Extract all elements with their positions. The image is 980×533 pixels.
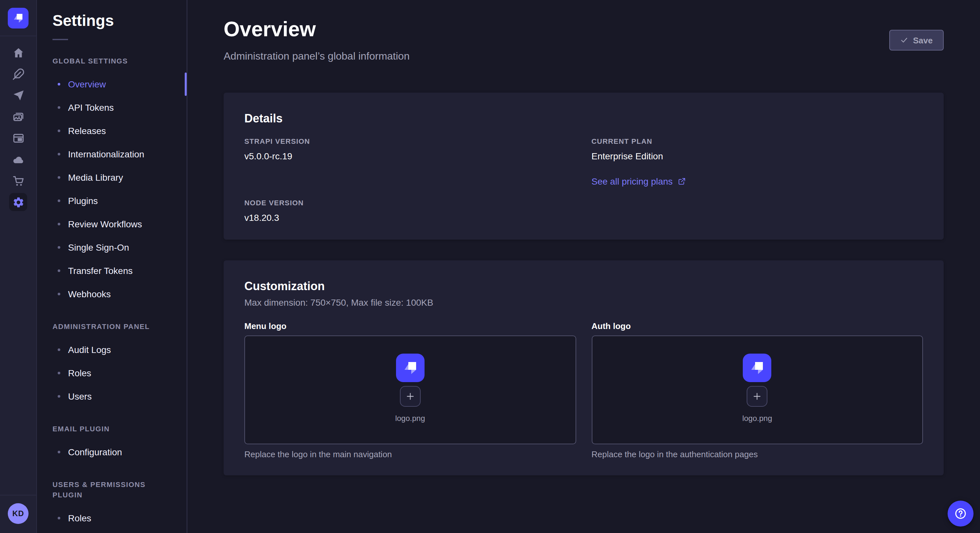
menu-logo-label: Menu logo [244, 321, 576, 332]
feather-icon[interactable] [9, 65, 27, 83]
pricing-plans-link[interactable]: See all pricing plans [592, 176, 686, 187]
bullet-icon [58, 153, 60, 155]
sidebar-item-plugins[interactable]: Plugins [37, 189, 187, 213]
bullet-icon [58, 246, 60, 249]
section-label-users-permissions-plugin: USERS & PERMISSIONS PLUGIN [52, 479, 171, 500]
external-link-icon [678, 178, 686, 185]
home-icon[interactable] [9, 43, 27, 62]
customization-card-subtitle: Max dimension: 750×750, Max file size: 1… [244, 297, 923, 308]
sidebar-item-overview[interactable]: Overview [37, 73, 187, 96]
auth-logo-help: Replace the logo in the authentication p… [592, 449, 923, 460]
menu-logo-help: Replace the logo in the main navigation [244, 449, 576, 460]
cart-icon[interactable] [9, 171, 27, 190]
page-title: Overview [224, 16, 944, 42]
strapi-logo-icon [748, 358, 767, 377]
question-icon [953, 506, 968, 521]
bullet-icon [58, 395, 60, 398]
plus-icon [406, 392, 415, 401]
node-version-field: NODE VERSION v18.20.3 [244, 198, 576, 224]
rail-footer: KD [0, 495, 36, 533]
bullet-icon [58, 517, 60, 519]
sidebar-item-media-library[interactable]: Media Library [37, 166, 187, 189]
bullet-icon [58, 83, 60, 86]
strapi-logo[interactable] [8, 8, 29, 28]
details-card-title: Details [244, 111, 923, 126]
bullet-icon [58, 200, 60, 202]
auth-logo-filename: logo.png [742, 414, 772, 423]
settings-subnav: Settings GLOBAL SETTINGS Overview API To… [37, 0, 187, 533]
layout-icon[interactable] [9, 129, 27, 147]
section-label-email-plugin: EMAIL PLUGIN [52, 424, 171, 434]
media-library-icon[interactable] [9, 108, 27, 125]
sidebar-item-releases[interactable]: Releases [37, 119, 187, 143]
sidebar-item-webhooks[interactable]: Webhooks [37, 282, 187, 306]
sidebar-item-admin-roles[interactable]: Roles [37, 362, 187, 385]
strapi-logo-icon [401, 358, 420, 377]
bullet-icon [58, 106, 60, 109]
bullet-icon [58, 372, 60, 374]
sidebar-item-up-roles[interactable]: Roles [37, 506, 187, 530]
plus-icon [753, 392, 762, 401]
gear-icon[interactable] [9, 193, 27, 211]
menu-logo-dropzone[interactable]: logo.png [244, 335, 576, 444]
check-icon [900, 36, 908, 44]
rail-icon-list [9, 36, 27, 211]
subnav-divider [52, 39, 68, 40]
auth-logo-label: Auth logo [592, 321, 923, 332]
main-content: Overview Administration panel’s global i… [187, 0, 980, 533]
subnav-title: Settings [37, 0, 187, 31]
strapi-version-field: STRAPI VERSION v5.0.0-rc.19 [244, 136, 576, 163]
user-avatar[interactable]: KD [8, 503, 29, 524]
cloud-icon[interactable] [9, 150, 27, 168]
details-right-column: CURRENT PLAN Enterprise Edition See all … [592, 136, 923, 224]
bullet-icon [58, 270, 60, 272]
details-card: Details STRAPI VERSION v5.0.0-rc.19 NODE… [224, 93, 944, 240]
section-label-global-settings: GLOBAL SETTINGS [52, 56, 171, 66]
save-button[interactable]: Save [889, 30, 944, 51]
menu-logo-upload: Menu logo logo.png Replace the logo in t… [244, 321, 576, 460]
details-left-column: STRAPI VERSION v5.0.0-rc.19 NODE VERSION… [244, 136, 576, 224]
sidebar-item-email-configuration[interactable]: Configuration [37, 440, 187, 464]
bullet-icon [58, 130, 60, 132]
menu-logo-filename: logo.png [395, 414, 425, 423]
content-area: Details STRAPI VERSION v5.0.0-rc.19 NODE… [187, 63, 980, 475]
sidebar-item-api-tokens[interactable]: API Tokens [37, 96, 187, 119]
paper-plane-icon[interactable] [9, 86, 27, 104]
page-header: Overview Administration panel’s global i… [187, 0, 980, 63]
bullet-icon [58, 176, 60, 179]
add-auth-logo-button[interactable] [747, 385, 768, 406]
details-grid: STRAPI VERSION v5.0.0-rc.19 NODE VERSION… [244, 136, 923, 224]
auth-logo-upload: Auth logo logo.png Replace the logo in t… [592, 321, 923, 460]
bullet-icon [58, 451, 60, 453]
sidebar-item-transfer-tokens[interactable]: Transfer Tokens [37, 259, 187, 282]
logo-uploads-grid: Menu logo logo.png Replace the logo in t… [244, 321, 923, 460]
bullet-icon [58, 293, 60, 295]
auth-logo-preview [743, 353, 772, 382]
add-menu-logo-button[interactable] [400, 385, 421, 406]
auth-logo-dropzone[interactable]: logo.png [592, 335, 923, 444]
strapi-admin-app: KD Settings GLOBAL SETTINGS Overview API… [0, 0, 980, 533]
sidebar-item-single-sign-on[interactable]: Single Sign-On [37, 236, 187, 259]
sidebar-item-internationalization[interactable]: Internationalization [37, 143, 187, 166]
bullet-icon [58, 223, 60, 225]
sidebar-item-admin-users[interactable]: Users [37, 385, 187, 408]
help-button[interactable] [948, 501, 974, 527]
sidebar-item-audit-logs[interactable]: Audit Logs [37, 338, 187, 362]
workspace-logo-container [0, 0, 36, 36]
sidebar-item-up-providers[interactable]: Providers [37, 530, 187, 533]
menu-logo-preview [396, 353, 425, 382]
current-plan-field: CURRENT PLAN Enterprise Edition [592, 136, 923, 163]
customization-card: Customization Max dimension: 750×750, Ma… [224, 260, 944, 475]
section-label-administration-panel: ADMINISTRATION PANEL [52, 321, 171, 332]
customization-card-title: Customization [244, 279, 923, 294]
main-nav-rail: KD [0, 0, 37, 533]
page-subtitle: Administration panel’s global informatio… [224, 50, 944, 63]
bullet-icon [58, 348, 60, 351]
sidebar-item-review-workflows[interactable]: Review Workflows [37, 213, 187, 236]
active-item-indicator [185, 73, 187, 96]
